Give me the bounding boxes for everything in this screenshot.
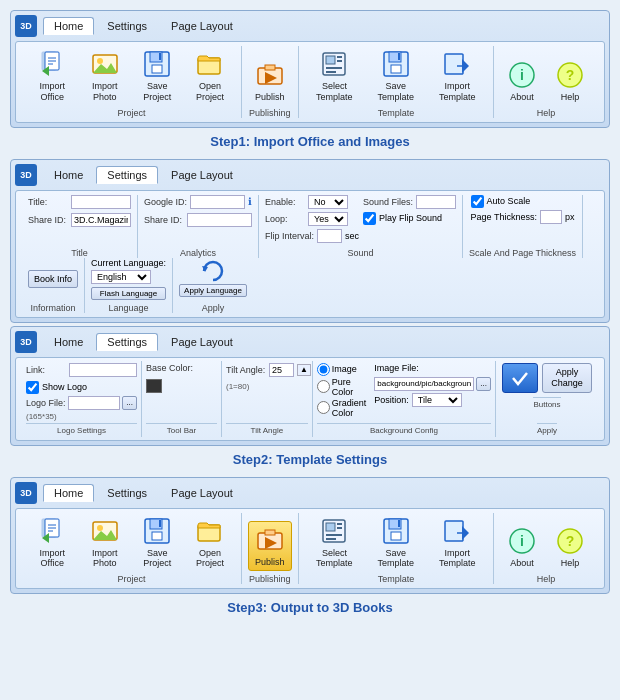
step1-ribbon-content: Import Office Import Photo	[15, 41, 605, 123]
book-info-button[interactable]: Book Info	[28, 270, 78, 288]
select-template-button-1[interactable]: Select Template	[305, 46, 364, 105]
open-project-button-3[interactable]: Open Project	[185, 513, 234, 572]
bg-gradientcolor-radio[interactable]	[317, 401, 330, 414]
save-project-button[interactable]: Save Project	[133, 46, 181, 105]
tab-pagelayout-3[interactable]: Page Layout	[160, 484, 244, 502]
step2-info-group: Book Info Information	[22, 258, 85, 313]
pagethickness-input[interactable]	[540, 210, 562, 224]
save-template-button-1[interactable]: Save Template	[368, 46, 423, 105]
step2-title-group-label: Title	[71, 248, 88, 258]
svg-text:i: i	[520, 67, 524, 83]
save-template-label-3: Save Template	[371, 548, 420, 570]
import-template-button-3[interactable]: Import Template	[427, 513, 487, 572]
blue-check-button[interactable]	[502, 363, 538, 393]
title-input[interactable]	[71, 195, 131, 209]
svg-text:i: i	[520, 533, 524, 549]
step2-info-group-label: Information	[31, 303, 76, 313]
app-logo-3: 3D	[15, 331, 37, 353]
svg-rect-26	[398, 53, 400, 60]
step2-title-group: Title: Share ID: Title	[22, 195, 138, 258]
step1-help-buttons: i About ? Help	[500, 46, 592, 105]
tab-settings-3[interactable]: Settings	[96, 484, 158, 502]
import-template-label-1: Import Template	[430, 81, 484, 103]
tilt-up-btn[interactable]: ▲	[297, 364, 311, 376]
publish-button-3[interactable]: Publish	[248, 521, 292, 571]
import-photo-button[interactable]: Import Photo	[80, 46, 129, 105]
tab-home-2b[interactable]: Home	[43, 333, 94, 351]
shareid-field-row: Share ID:	[28, 213, 131, 227]
bg-gradientcolor-label: Gradient Color	[332, 398, 367, 418]
select-template-button-3[interactable]: Select Template	[305, 513, 364, 572]
enable-select[interactable]: NoYes	[308, 195, 348, 209]
loop-select[interactable]: YesNo	[308, 212, 348, 226]
autoscale-checkbox[interactable]	[471, 195, 484, 208]
step3-template-buttons: Select Template Save Template	[305, 513, 487, 572]
step2-tab-bar-top: 3D Home Settings Page Layout	[15, 164, 605, 186]
bg-purecolor-radio[interactable]	[317, 380, 330, 393]
shareid-input[interactable]	[71, 213, 131, 227]
svg-rect-18	[326, 56, 335, 64]
flipinterval-field-row: Flip Interval: sec	[265, 229, 359, 243]
apply-language-button[interactable]: Apply Language	[179, 284, 247, 297]
step1-template-group-label: Template	[378, 108, 415, 118]
about-button-1[interactable]: i About	[500, 57, 544, 105]
buttons-row: ApplyChange	[502, 363, 592, 393]
bg-config-row: Image Pure Color Gradient Color	[317, 363, 491, 418]
step2-bottom-ribbon: Link: Show Logo Logo File: ... (165*35) …	[15, 357, 605, 441]
color-swatch[interactable]	[146, 379, 162, 393]
publish-icon	[254, 59, 286, 91]
tab-settings-2b[interactable]: Settings	[96, 333, 158, 351]
link-input[interactable]	[69, 363, 137, 377]
save-project-button-3[interactable]: Save Project	[133, 513, 181, 572]
import-template-button-1[interactable]: Import Template	[427, 46, 487, 105]
help-button-1[interactable]: ? Help	[548, 57, 592, 105]
googleid-info-icon: ℹ	[248, 196, 252, 207]
tab-home-3[interactable]: Home	[43, 484, 94, 502]
tab-pagelayout-2b[interactable]: Page Layout	[160, 333, 244, 351]
tab-settings-1[interactable]: Settings	[96, 17, 158, 35]
open-project-button[interactable]: Open Project	[185, 46, 234, 105]
import-office-icon	[36, 48, 68, 80]
loop-field-row: Loop: YesNo	[265, 212, 359, 226]
tiltangle-input[interactable]	[269, 363, 294, 377]
showlogo-checkbox[interactable]	[26, 381, 39, 394]
import-photo-button-3[interactable]: Import Photo	[80, 513, 129, 572]
check-icon	[510, 368, 530, 388]
step2-sound-fields: Enable: NoYes Loop: YesNo	[265, 195, 456, 245]
tab-settings-2a[interactable]: Settings	[96, 166, 158, 184]
toolbar-section-label: Tool Bar	[146, 423, 217, 435]
language-select[interactable]: English	[91, 270, 151, 284]
step2-sound-group: Enable: NoYes Loop: YesNo	[259, 195, 463, 258]
tab-pagelayout-1[interactable]: Page Layout	[160, 17, 244, 35]
tab-home-1[interactable]: Home	[43, 17, 94, 35]
flash-language-btn[interactable]: Flash Language	[91, 287, 166, 300]
save-template-button-3[interactable]: Save Template	[368, 513, 423, 572]
about-button-3[interactable]: i About	[500, 523, 544, 571]
position-select[interactable]: TileStretchCenter	[412, 393, 462, 407]
tab-home-2a[interactable]: Home	[43, 166, 94, 184]
apply-change-button[interactable]: ApplyChange	[542, 363, 592, 393]
showlogo-label: Show Logo	[42, 382, 87, 392]
help-button-3[interactable]: ? Help	[548, 523, 592, 571]
flipinterval-input[interactable]	[317, 229, 342, 243]
bg-image-radio[interactable]	[317, 363, 330, 376]
playflip-checkbox[interactable]	[363, 212, 376, 225]
bg-image-label: Image	[332, 364, 357, 374]
soundfiles-input[interactable]	[416, 195, 456, 209]
imagefile-browse-btn[interactable]: ...	[476, 377, 491, 391]
step3-publishing-group-label: Publishing	[249, 574, 291, 584]
logofile-input[interactable]	[68, 396, 120, 410]
shareid2-input[interactable]	[187, 213, 252, 227]
logofile-browse-btn[interactable]: ...	[122, 396, 137, 410]
step1-ribbon-panel: 3D Home Settings Page Layout	[10, 10, 610, 128]
import-office-button-3[interactable]: Import Office	[28, 513, 76, 572]
step3-tab-bar: 3D Home Settings Page Layout	[15, 482, 605, 504]
sound-row1: Enable: NoYes Loop: YesNo	[265, 195, 456, 245]
publish-button-1[interactable]: Publish	[248, 57, 292, 105]
about-icon-3: i	[506, 525, 538, 557]
imagefile-input[interactable]	[374, 377, 474, 391]
buttons-section: ApplyChange Buttons Apply	[496, 361, 598, 437]
import-office-button[interactable]: Import Office	[28, 46, 76, 105]
googleid-input[interactable]	[190, 195, 245, 209]
tab-pagelayout-2a[interactable]: Page Layout	[160, 166, 244, 184]
